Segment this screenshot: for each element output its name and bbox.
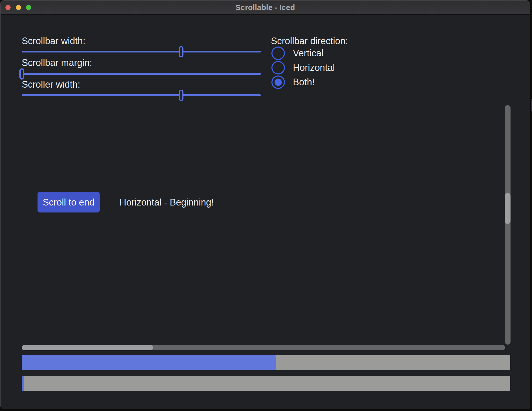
scrollbar-margin-label: Scrollbar margin: [22, 57, 92, 68]
slider-rail[interactable] [22, 51, 261, 52]
scroll-status-text: Horizontal - Beginning! [120, 192, 214, 212]
radio-both[interactable] [271, 75, 285, 89]
progress-fill [22, 355, 276, 370]
maximize-button[interactable] [26, 5, 31, 10]
scroll-to-end-button[interactable]: Scroll to end [38, 192, 100, 212]
traffic-lights [5, 1, 31, 14]
progress-fill [22, 376, 24, 391]
vertical-progress-bar [22, 376, 510, 391]
window-title: Scrollable - Iced [1, 1, 530, 14]
vertical-scrollbar-track[interactable] [505, 105, 511, 345]
scrollbar-width-slider[interactable] [22, 46, 261, 57]
scroller-width-label: Scroller width: [22, 79, 80, 90]
radio-vertical-label[interactable]: Vertical [293, 47, 323, 60]
radio-horizontal-label[interactable]: Horizontal [293, 61, 335, 74]
scrollbar-direction-label: Scrollbar direction: [271, 36, 348, 47]
horizontal-scrollbar-thumb[interactable] [22, 345, 153, 350]
slider-rail[interactable] [22, 94, 261, 96]
radio-both-label[interactable]: Both! [293, 75, 315, 89]
scroller-width-slider[interactable] [22, 90, 261, 101]
outer-edge-scrollbar-notch [531, 99, 532, 111]
slider-handle[interactable] [19, 68, 24, 80]
vertical-scrollbar-thumb[interactable] [505, 193, 511, 224]
slider-handle[interactable] [179, 46, 183, 57]
titlebar: Scrollable - Iced [1, 1, 530, 15]
close-button[interactable] [5, 5, 11, 10]
slider-rail[interactable] [22, 73, 261, 75]
horizontal-progress-bar [22, 355, 510, 370]
scrollbar-margin-slider[interactable] [22, 68, 261, 80]
radio-horizontal[interactable] [271, 61, 285, 74]
app-window: Scrollable - Iced Scrollbar width: Scrol… [0, 0, 530, 409]
horizontal-scrollbar-track[interactable] [22, 345, 505, 350]
scrollbar-width-label: Scrollbar width: [22, 36, 85, 47]
minimize-button[interactable] [16, 5, 21, 10]
radio-vertical[interactable] [271, 47, 285, 60]
slider-handle[interactable] [179, 90, 183, 101]
radio-dot [275, 79, 282, 86]
